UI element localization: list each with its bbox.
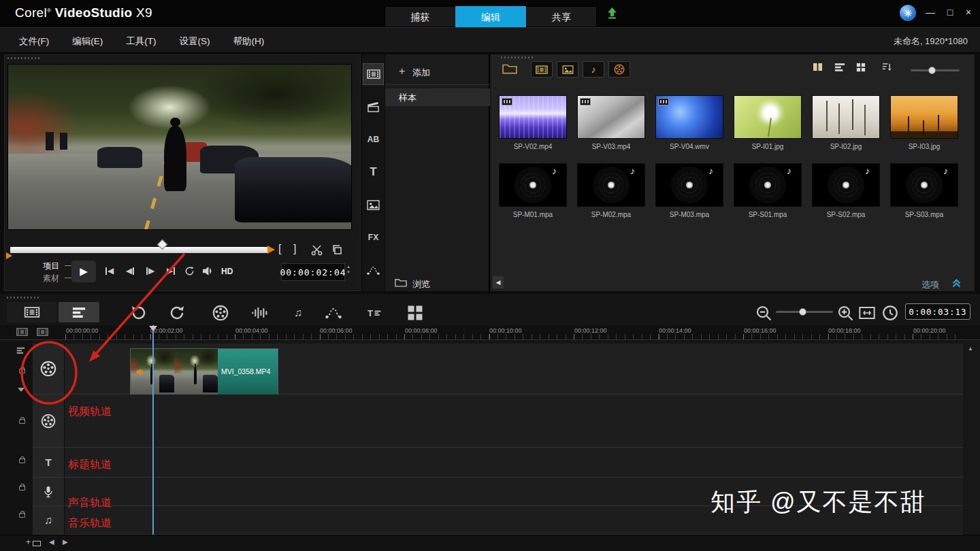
subtitle-editor-button[interactable]: T bbox=[366, 305, 382, 321]
project-duration-clock-icon[interactable] bbox=[882, 305, 898, 321]
record-capture-button[interactable] bbox=[212, 305, 229, 321]
track-lock-icon[interactable] bbox=[19, 369, 25, 373]
add-chapter-plus-icon[interactable]: + bbox=[26, 537, 31, 547]
tab-share[interactable]: 共享 bbox=[526, 6, 597, 27]
tab-edit[interactable]: 编辑 bbox=[455, 6, 526, 27]
repeat-button[interactable] bbox=[184, 266, 195, 276]
timecode-spinner[interactable]: ▲ ▼ bbox=[346, 265, 350, 274]
trim-end-handle[interactable] bbox=[267, 246, 275, 254]
menu-tools[interactable]: 工具(T) bbox=[122, 34, 160, 49]
preview-timecode[interactable]: 00:00:02:04 bbox=[281, 263, 345, 281]
split-clip-button[interactable] bbox=[311, 244, 323, 256]
list-view-icon[interactable] bbox=[834, 63, 845, 71]
thumbnail-size-slider-handle[interactable] bbox=[928, 67, 936, 74]
timeline-zoom-slider-handle[interactable] bbox=[799, 308, 806, 316]
filter-motion-button[interactable] bbox=[608, 61, 630, 78]
title-track-header[interactable]: T bbox=[33, 448, 65, 478]
filter-videos-button[interactable] bbox=[531, 61, 553, 78]
storyboard-view-button[interactable] bbox=[7, 302, 57, 322]
chapter-marker-box-icon[interactable] bbox=[33, 541, 41, 546]
timeline-playhead-line[interactable] bbox=[152, 325, 154, 535]
preview-scrubber-track[interactable] bbox=[10, 247, 269, 253]
menu-settings[interactable]: 设置(S) bbox=[176, 34, 214, 49]
browse-button[interactable]: 浏览 bbox=[412, 278, 430, 290]
panel-drag-handle[interactable] bbox=[7, 297, 41, 299]
timeline-playhead-handle[interactable] bbox=[149, 326, 157, 331]
project-mode-toggle[interactable]: 项目 bbox=[43, 261, 59, 272]
collapse-tracks-arrow-icon[interactable] bbox=[18, 388, 24, 392]
timeline-timecode[interactable]: 0:00:03:13 bbox=[905, 303, 970, 320]
panel-drag-handle[interactable] bbox=[7, 57, 42, 59]
zoom-in-button[interactable] bbox=[837, 305, 853, 321]
transitions-button[interactable]: AB bbox=[363, 129, 383, 150]
timeline-view-button[interactable] bbox=[59, 302, 99, 322]
timeline-vscroll[interactable]: ▲ bbox=[963, 340, 980, 535]
clip-audio-speaker-icon[interactable] bbox=[136, 368, 145, 376]
filters-button[interactable]: FX bbox=[363, 227, 383, 248]
previous-frame-button[interactable]: ◀ bbox=[126, 266, 134, 276]
track-lock-icon[interactable] bbox=[19, 419, 25, 424]
fit-project-to-window-button[interactable] bbox=[859, 305, 875, 321]
hd-preview-toggle[interactable]: HD bbox=[221, 267, 233, 276]
track-lock-icon[interactable] bbox=[19, 458, 25, 463]
voice-track-header[interactable] bbox=[33, 478, 65, 506]
add-folder-button[interactable]: 添加 bbox=[412, 67, 430, 79]
category-sample[interactable]: 样本 bbox=[385, 88, 490, 106]
scroll-right-button[interactable]: ▶ bbox=[63, 538, 68, 546]
video-track-row[interactable]: MVI_0358.MP4 bbox=[65, 344, 963, 395]
options-button[interactable]: 选项 bbox=[921, 279, 939, 291]
next-frame-button[interactable]: ▶ bbox=[146, 266, 154, 276]
undo-button[interactable] bbox=[129, 305, 146, 321]
scroll-left-button[interactable]: ◀ bbox=[49, 538, 54, 546]
scroll-up-icon[interactable]: ▲ bbox=[968, 346, 973, 352]
track-lock-icon[interactable] bbox=[19, 513, 25, 518]
menu-help[interactable]: 帮助(H) bbox=[229, 34, 269, 49]
minimize-button[interactable]: — bbox=[923, 7, 938, 18]
zoom-out-button[interactable] bbox=[755, 305, 772, 321]
enlarge-preview-button[interactable] bbox=[331, 244, 342, 255]
track-lock-icon[interactable] bbox=[19, 486, 25, 490]
maximize-button[interactable]: □ bbox=[943, 7, 958, 18]
sound-mixer-button[interactable] bbox=[252, 305, 268, 321]
redo-button[interactable] bbox=[170, 305, 186, 321]
play-button[interactable]: ▶ bbox=[71, 261, 96, 282]
menu-file[interactable]: 文件(F) bbox=[15, 34, 53, 49]
media-library-button[interactable] bbox=[363, 64, 383, 84]
options-expand-chevrons-icon[interactable] bbox=[951, 278, 962, 288]
clip-mode-toggle[interactable]: 素材 bbox=[43, 273, 59, 284]
music-track-header[interactable]: ♫ bbox=[33, 506, 65, 535]
menu-edit[interactable]: 编辑(E) bbox=[68, 34, 107, 49]
import-media-folder-icon[interactable] bbox=[502, 63, 517, 75]
filter-audio-button[interactable]: ♪ bbox=[583, 61, 604, 78]
mark-out-button[interactable]: ] bbox=[293, 243, 296, 255]
spin-up-icon[interactable]: ▲ bbox=[346, 265, 350, 269]
graphics-button[interactable] bbox=[363, 195, 383, 215]
grid-view-icon[interactable] bbox=[856, 63, 866, 72]
spin-down-icon[interactable]: ▼ bbox=[346, 270, 350, 274]
home-button[interactable]: ◀ bbox=[105, 266, 114, 276]
volume-button[interactable] bbox=[202, 266, 214, 276]
split-screen-template-button[interactable] bbox=[407, 305, 423, 321]
video-track-header[interactable] bbox=[33, 344, 65, 395]
pane-view-icon[interactable] bbox=[813, 63, 823, 71]
motion-path-button[interactable] bbox=[363, 260, 383, 280]
mark-in-button[interactable]: [ bbox=[278, 243, 281, 255]
end-button[interactable]: ▶ bbox=[167, 266, 175, 276]
auto-music-button[interactable]: ♫ bbox=[290, 305, 306, 321]
instant-project-button[interactable] bbox=[363, 97, 383, 117]
timeline-ruler[interactable]: 00:00:00:00 00:00:02:00 00:00:04:00 00:0… bbox=[0, 325, 980, 340]
close-button[interactable]: × bbox=[961, 7, 976, 18]
track-manager-icon[interactable] bbox=[16, 328, 28, 336]
filter-photos-button[interactable] bbox=[557, 61, 578, 78]
title-track-row[interactable] bbox=[65, 448, 963, 478]
track-motion-button[interactable] bbox=[325, 305, 342, 321]
tab-capture[interactable]: 捕获 bbox=[385, 6, 455, 27]
swap-tracks-icon[interactable] bbox=[37, 328, 48, 336]
panel-drag-handle[interactable] bbox=[501, 56, 535, 59]
track-list-icon[interactable] bbox=[16, 347, 25, 354]
trim-start-handle[interactable] bbox=[6, 252, 12, 259]
overlay-track-row[interactable] bbox=[65, 395, 963, 448]
sort-icon[interactable] bbox=[882, 63, 892, 71]
collapse-gallery-button[interactable]: ◀ bbox=[493, 276, 504, 288]
corel-guide-icon[interactable] bbox=[900, 5, 916, 21]
